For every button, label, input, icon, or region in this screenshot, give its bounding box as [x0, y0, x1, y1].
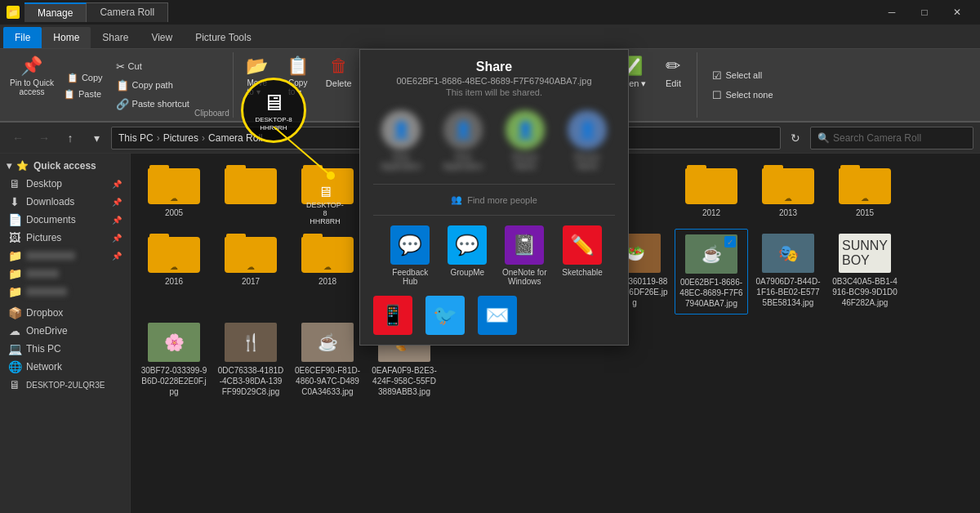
network-icon: 🌐	[8, 360, 21, 373]
edit-button[interactable]: ✏ Edit	[653, 52, 693, 118]
ribbon-tab-view[interactable]: View	[140, 27, 184, 48]
folder-2018[interactable]: ☁ 2018	[291, 229, 364, 314]
sidebar-item-downloads[interactable]: ⬇ Downloads 📌	[2, 193, 128, 211]
photo-p5[interactable]: ☕ ✓ 00E62BF1-8686-48EC-8689-F7F67940ABA7…	[675, 229, 748, 314]
photo-p8[interactable]: 🌸 30BF72-033399-9B6D-0228E2E0F.jpg	[137, 318, 211, 402]
paste-button[interactable]: 📋 Paste	[60, 87, 109, 101]
folder-2012[interactable]: 2012	[675, 160, 748, 225]
close-button[interactable]: ✕	[941, 0, 973, 25]
sidebar-item-pictures[interactable]: 🖼 Pictures 📌	[2, 229, 128, 247]
paste-shortcut-label: Paste shortcut	[132, 99, 189, 109]
ribbon-tab-share[interactable]: Share	[91, 27, 140, 48]
folder-2016[interactable]: ☁ 2016	[137, 229, 211, 314]
title-tab-manage[interactable]: Manage	[24, 2, 87, 22]
forward-button[interactable]: →	[33, 127, 56, 149]
sidebar-item-blurred-2[interactable]: 📁	[2, 265, 128, 283]
sidebar-item-blurred-3[interactable]: 📁	[2, 283, 128, 301]
ribbon: 📌 Pin to Quickaccess 📋 Copy 📋 Paste ✂ Cu…	[0, 49, 980, 123]
share-app-sketchable[interactable]: ✏️ Sketchable	[562, 225, 602, 286]
sidebar-item-dropbox[interactable]: 📦 Dropbox	[2, 304, 128, 322]
delete-label: Delete	[326, 78, 352, 88]
svg-line-0	[274, 127, 331, 176]
share-people: 👤 First Application 👤 First Application …	[360, 100, 628, 181]
ribbon-tab-file[interactable]: File	[3, 27, 42, 48]
share-app-onenote[interactable]: 📓 OneNote for Windows	[500, 225, 549, 286]
sidebar-item-this-pc[interactable]: 💻 This PC	[2, 340, 128, 358]
onedrive-icon: ☁	[8, 324, 21, 337]
paste-icon: 📋	[64, 89, 75, 100]
pin-to-quick-access-button[interactable]: 📌 Pin to Quickaccess	[3, 52, 60, 118]
sidebar-item-desktop[interactable]: 🖥 Desktop 📌	[2, 175, 128, 193]
photo-p7[interactable]: SUNNYBOY 0B3C40A5-BB1-4916-BC99-9D1D046F…	[828, 229, 902, 314]
sidebar-item-desktop-2ulqr3e[interactable]: 🖥 DESKTOP-2ULQR3E	[2, 376, 128, 394]
share-person-2[interactable]: 👤 First Application	[439, 110, 488, 171]
share-person-name-2: First Application	[439, 153, 488, 171]
sidebar-blurred-1	[26, 252, 75, 260]
sketchable-icon: ✏️	[563, 225, 602, 265]
search-placeholder: Search Camera Roll	[833, 132, 921, 144]
share-app-mail[interactable]: ✉️	[478, 296, 517, 338]
sidebar-onedrive-label: OneDrive	[26, 325, 68, 337]
copy-label: Copy	[82, 73, 103, 83]
paste-shortcut-button[interactable]: 🔗 Paste shortcut	[111, 95, 194, 113]
maximize-button[interactable]: □	[908, 0, 941, 25]
photo-thumb-p5: ☕ ✓	[685, 234, 737, 274]
sidebar-blurred-3	[26, 288, 67, 296]
cut-button[interactable]: ✂ Cut	[111, 57, 194, 75]
find-more-label: Find more people	[467, 195, 537, 205]
ribbon-tab-home[interactable]: Home	[42, 27, 91, 48]
sidebar-item-documents[interactable]: 📄 Documents 📌	[2, 211, 128, 229]
photo-p9[interactable]: 🍴 0DC76338-4181D-4CB3-98DA-139FF99D29C8.…	[214, 318, 287, 402]
select-none-button[interactable]: ☐ Select none	[707, 86, 777, 104]
folder-2013[interactable]: ☁ 2013	[751, 160, 825, 225]
share-popup-header: Share 00E62BF1-8686-48EC-8689-F7F67940AB…	[360, 50, 628, 100]
folder-2015-name: 2015	[856, 207, 874, 218]
breadcrumb-this-pc[interactable]: This PC	[118, 132, 154, 144]
recent-locations-button[interactable]: ▾	[85, 127, 108, 149]
title-tabs: Manage Camera Roll	[24, 2, 168, 22]
share-person-name-1: First Application	[376, 153, 425, 171]
refresh-button[interactable]: ↻	[784, 127, 807, 149]
share-person-4[interactable]: 👤 Person Name	[563, 110, 612, 171]
share-app-1-icon: 📱	[373, 296, 412, 335]
share-title: Share	[373, 60, 615, 74]
folder-icon-2015: ☁	[839, 165, 891, 204]
app-icon: 📁	[7, 6, 20, 19]
onenote-icon: 📓	[505, 225, 544, 265]
share-person-1[interactable]: 👤 First Application	[376, 110, 425, 171]
select-all-button[interactable]: ☑ Select all	[707, 66, 777, 84]
folder-2017[interactable]: ☁ 2017	[214, 229, 287, 314]
sidebar-quick-access-header[interactable]: ▾ ⭐ Quick access	[0, 157, 130, 175]
copy-button[interactable]: 📋 Copy	[60, 69, 109, 87]
folder-2015[interactable]: ☁ 2015	[828, 160, 902, 225]
pin-label: Pin to Quickaccess	[10, 78, 54, 96]
ribbon-tab-picture-tools[interactable]: Picture Tools	[184, 27, 262, 48]
search-box[interactable]: 🔍 Search Camera Roll	[810, 127, 973, 149]
delete-button[interactable]: 🗑 Delete	[318, 52, 359, 118]
photo-p6[interactable]: 🎭 0A7906D7-B44D-1F16-BE02-E5775BE58134.j…	[751, 229, 825, 314]
folder-icon-2013: ☁	[762, 165, 814, 204]
back-button[interactable]: ←	[7, 127, 29, 149]
up-button[interactable]: ↑	[59, 127, 82, 149]
sidebar-item-onedrive[interactable]: ☁ OneDrive	[2, 322, 128, 340]
copy-path-button[interactable]: 📋 Copy path	[111, 76, 194, 94]
breadcrumb-pictures[interactable]: Pictures	[163, 132, 198, 144]
share-app-1[interactable]: 📱	[373, 296, 412, 338]
title-tab-camera-roll[interactable]: Camera Roll	[87, 2, 168, 22]
sketchable-label: Sketchable	[562, 268, 602, 277]
share-divider-1	[373, 184, 615, 185]
share-app-feedback[interactable]: 💬 Feedback Hub	[385, 225, 434, 286]
share-person-3[interactable]: 👤 Person Name	[501, 110, 550, 171]
share-app-twitter[interactable]: 🐦	[425, 296, 465, 338]
desktop-device-callout: 🖥 DESKTOP-8HHR8RH 🖥 DESKTOP-8HHR8RH	[241, 78, 306, 143]
sidebar-blurred-2	[26, 270, 59, 278]
share-divider-2	[373, 215, 615, 216]
minimize-button[interactable]: ─	[875, 0, 908, 25]
pin-icon-sb1: 📌	[112, 252, 122, 261]
photo-p10[interactable]: ☕ 0E6CEF90-F81D-4860-9A7C-D489C0A34633.j…	[291, 318, 364, 402]
find-more-people-button[interactable]: 👥 Find more people	[360, 188, 628, 212]
sidebar-item-blurred-1[interactable]: 📁 📌	[2, 247, 128, 265]
folder-2005[interactable]: ☁ 2005	[137, 160, 211, 225]
share-app-groupme[interactable]: 💬 GroupMe	[448, 225, 487, 286]
sidebar-item-network[interactable]: 🌐 Network	[2, 358, 128, 376]
